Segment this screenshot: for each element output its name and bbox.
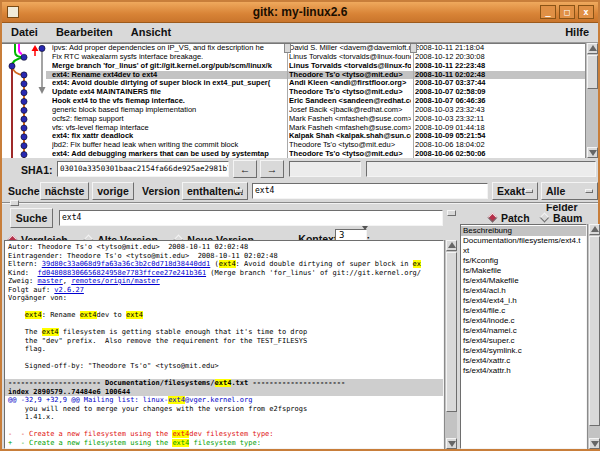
scroll-down-icon[interactable] [587,147,598,158]
find-query-input[interactable]: ext4 [59,210,443,226]
find-button[interactable]: Suche [10,208,53,228]
file-list-item[interactable]: fs/ext4/file.c [461,306,586,316]
exact-dropdown[interactable]: Exakt [492,182,538,200]
all-fields-dropdown[interactable]: Alle Felder [541,182,598,200]
commit-row[interactable]: ext4: fix xattr deadlockKalpak Shah <kal… [2,132,585,141]
history-forward-button[interactable]: → [260,160,284,178]
detail-text: Vorgänger von: [8,294,67,302]
detail-line: Eltern: 39d80c33a068d9fa63a36c3b2c0d718d… [8,260,443,269]
commit-row[interactable]: ext4: Add debugging markers that can be … [2,150,585,158]
menu-bearbeiten[interactable]: Bearbeiten [47,23,122,38]
commit-link[interactable]: remotes/origin/master [71,277,160,285]
row-number-field [289,161,361,177]
scrollbar-thumb[interactable] [446,252,457,412]
commit-link[interactable]: fd048088306656824958e7783ffcee27e241b361 [38,269,207,277]
detail-line: index 2890579..74484e6 100644 [5,388,443,397]
commit-info-field [366,161,596,177]
file-list-item[interactable]: Beschreibung [461,226,586,236]
file-list-item[interactable]: fs/ext4/symlink.c [461,346,586,356]
file-list-item[interactable]: fs/ext4/xattr.h [461,366,586,376]
file-list-item[interactable]: fs/ext4/xattr.c [461,356,586,366]
menu-hilfe[interactable]: Hilfe [556,23,598,38]
column-sash-date[interactable] [410,44,417,53]
commit-link[interactable]: 39d80c33a068d9fa63a36c3b2c0d718d38440dd1 [42,260,211,268]
detail-text: Eintragender: Theodore Ts'o <tytso@mit.e… [8,252,278,260]
titlebar[interactable]: gitk: my-linux2.6 _ □ x [2,2,598,23]
scroll-up-icon[interactable] [587,43,598,54]
commit-date: 2008-10-09 05:21:54 [415,132,583,141]
detail-text: filesystem type: [189,439,261,447]
detail-text: @vger.kernel.org [185,396,252,404]
menu-datei[interactable]: Datei [2,23,47,38]
commit-row[interactable]: ocfs2: fiemap supportMark Fasheh <mfashe… [2,115,585,124]
detail-line: the "dev" prefix. Also remove the requir… [8,337,443,346]
commit-link[interactable]: master [38,277,63,285]
detail-line: ---------------------- Documentation/fil… [5,379,443,388]
scroll-down-icon[interactable] [589,438,600,449]
detail-line: Signed-off-by: "Theodore Ts'o" <tytso@mi… [8,362,443,371]
file-list-scrollbar[interactable] [587,224,600,449]
containing-dropdown[interactable]: enthaltend: [182,182,248,200]
menu-ansicht[interactable]: Ansicht [122,23,180,38]
commit-subj: ext4: Rename ext4dev to ext4 [52,71,285,80]
commit-auth: Theodore Ts'o <tytso@mit.edu> [289,150,411,158]
commit-row[interactable]: Update ext4 MAINTAINERS fileTheodore Ts'… [2,88,585,97]
vertical-sash-grip[interactable] [447,210,456,216]
commit-row[interactable]: ext4: Avoid double dirtying of super blo… [2,79,585,88]
sha1-input[interactable]: 03010a3350301baac2154fa66de925ae2981b7e3 [57,161,229,177]
file-list-item[interactable]: fs/ext4/ext4_i.h [461,296,586,306]
file-list-item[interactable]: fs/ext4/inode.c [461,316,586,326]
detail-text: the "dev" prefix. Also remove the requir… [8,337,307,345]
detail-text: ext4 [219,260,236,268]
detail-line: + - Create a new filesystem using the ex… [8,439,443,448]
file-list-item[interactable]: fs/ext4/namei.c [461,326,586,336]
commit-link[interactable]: v2.6.27 [54,286,84,294]
commit-date: 2008-10-06 18:04:02 [415,141,583,150]
detail-text: : Rename [42,311,80,319]
column-divider-date[interactable] [413,44,414,158]
scroll-up-icon[interactable] [589,224,600,235]
commit-detail-pane[interactable]: Autor: Theodore Ts'o <tytso@mit.edu> 200… [4,240,444,449]
commit-row[interactable]: Hook ext4 to the vfs fiemap interface.Er… [2,97,585,106]
commit-row[interactable]: ipvs: Add proper dependencies on IP_VS, … [2,44,585,53]
close-button[interactable]: x [578,5,594,19]
commit-row[interactable]: Merge branch 'for_linus' of git://git.ke… [2,62,585,71]
column-divider-author[interactable] [287,44,288,158]
detail-line: Eintragender: Theodore Ts'o <tytso@mit.e… [8,252,443,261]
scroll-down-icon[interactable] [446,438,457,449]
maximize-button[interactable]: □ [559,5,575,19]
commit-row[interactable]: jbd2: Fix buffer head leak when writing … [2,141,585,150]
column-sash-author[interactable] [284,44,291,53]
file-list[interactable]: BeschreibungDocumentation/filesystems/ex… [460,224,587,449]
file-list-item[interactable]: fs/Makefile [461,266,586,276]
scrollbar-thumb[interactable] [587,55,598,89]
file-list-item[interactable]: fs/ext4/Makefile [461,276,586,286]
file-list-item[interactable]: Documentation/filesystems/ext4.txt [461,236,586,256]
commit-row[interactable]: ext4: Rename ext4dev to ext4Theodore Ts'… [2,71,585,80]
search-bar: Suche nächste vorige Version enthaltend:… [2,181,598,201]
commit-list-scrollbar[interactable] [585,43,598,158]
dropdown-dash-icon [525,189,533,193]
search-prev-button[interactable]: vorige [92,182,134,200]
scroll-up-icon[interactable] [446,240,457,251]
history-back-button[interactable]: ← [233,160,257,178]
pane-sash[interactable] [2,202,598,204]
radio-baum[interactable]: Baum [540,212,582,224]
spin-down-icon[interactable] [362,226,368,240]
commit-list[interactable]: ipvs: Add proper dependencies on IP_VS, … [2,43,598,158]
search-next-button[interactable]: nächste [40,182,89,200]
scrollbar-thumb[interactable] [589,236,600,426]
detail-text: dev filesystem type: [189,430,273,438]
radio-patch[interactable]: Patch [488,212,530,224]
file-list-item[interactable]: fs/ext4/acl.h [461,286,586,296]
commit-row[interactable]: generic block based fiemap implementatio… [2,106,585,115]
commit-row[interactable]: Fix RTC wakealarm sysfs interface breaka… [2,53,585,62]
file-list-item[interactable]: fs/ext4/super.c [461,336,586,346]
detail-text: Zweig: [8,277,38,285]
minimize-button[interactable]: _ [540,5,556,19]
search-query-input[interactable]: ext4 [252,183,488,199]
file-list-item[interactable]: fs/Kconfig [461,256,586,266]
commit-row[interactable]: vfs: vfs-level fiemap interfaceMark Fash… [2,124,585,133]
pane-sash-grip[interactable] [10,200,19,206]
detail-scrollbar[interactable] [444,240,457,449]
